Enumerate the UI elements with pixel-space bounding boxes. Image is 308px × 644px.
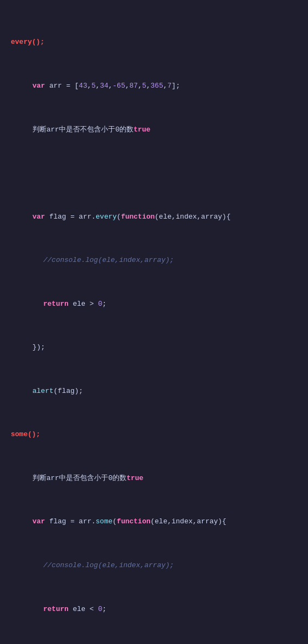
line-text: 判断arr中是否不包含小于0的数true — [11, 124, 304, 135]
line-text: every(); — [11, 37, 304, 48]
line-text: 判断arr中是否包含小于0的数true — [11, 473, 304, 484]
line-console1: //console.log(ele,index,array); — [0, 255, 308, 266]
line-every-label: every(); — [0, 37, 308, 48]
line-flag1: var flag = arr.every(function(ele,index,… — [0, 212, 308, 222]
line-arr1: var arr = [43,5,34,-65,87,5,365,7]; — [0, 81, 308, 91]
line-close1: }); — [0, 342, 308, 353]
line-flag-some: var flag = arr.some(function(ele,index,a… — [0, 516, 308, 527]
line-text: }); — [11, 342, 304, 353]
line-text: //console.log(ele,index,array); — [11, 255, 304, 266]
line-some-label: some(); — [0, 429, 308, 440]
line-text: return ele > 0; — [11, 299, 304, 310]
line-text: //console.log(ele,index,array); — [11, 560, 304, 571]
line-comment-some: 判断arr中是否包含小于0的数true — [0, 473, 308, 484]
line-text: return ele < 0; — [11, 604, 304, 615]
line-return1: return ele > 0; — [0, 299, 308, 310]
line-text: var arr = [43,5,34,-65,87,5,365,7]; — [11, 81, 304, 91]
line-return-some: return ele < 0; — [0, 604, 308, 615]
line-comment-some2: //console.log(ele,index,array); — [0, 560, 308, 571]
line-comment1: 判断arr中是否不包含小于0的数true — [0, 124, 308, 135]
line-text: some(); — [11, 429, 304, 440]
line-alert1: alert(flag); — [0, 386, 308, 397]
line-text: var flag = arr.every(function(ele,index,… — [11, 212, 304, 222]
line-text: var flag = arr.some(function(ele,index,a… — [11, 516, 304, 527]
code-editor: every(); var arr = [43,5,34,-65,87,5,365… — [0, 0, 308, 644]
line-text: alert(flag); — [11, 386, 304, 397]
line-blank1 — [0, 168, 308, 179]
